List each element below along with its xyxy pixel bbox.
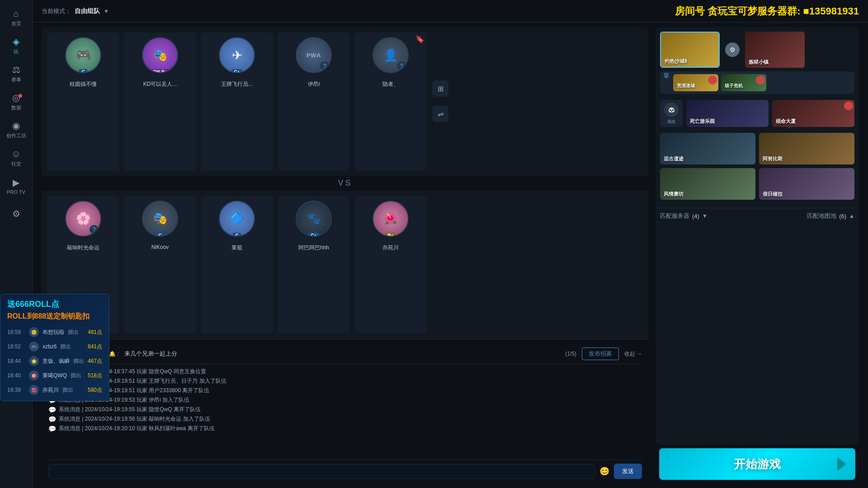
copy-icon-btn[interactable]: ⊞ — [432, 80, 448, 97]
selected-maps-row: 灼热沙城Ⅱ ⚙ 炼狱小镇 — [660, 32, 854, 68]
chat-input-bar: 😊 发送 — [48, 460, 642, 479]
player-avatar-b2: 🎭 C — [142, 201, 178, 237]
map-thumb-ancient[interactable]: 远古遗迹 — [660, 133, 755, 164]
collapse-button[interactable]: 收起 → — [624, 350, 642, 358]
map-bg-desert: 灼热沙城Ⅱ — [661, 33, 719, 67]
map-pool-row-3: 风情磨坊 假日碰拉 — [660, 168, 854, 200]
map-count: (6) — [839, 213, 846, 220]
player-card-b5[interactable]: 🌺 B+ 亦苑川 — [354, 196, 427, 334]
map-name-dead: 死亡游乐园 — [690, 118, 715, 125]
player-name-2: KD可以丢人... — [143, 80, 177, 88]
roll-user-4: 亦苑川 — [42, 386, 59, 394]
coin-icon: ⚙ — [725, 42, 740, 57]
map-thumb-holiday[interactable]: 假日碰拉 — [759, 168, 854, 200]
player-card-4[interactable]: PWA ? 伊昂i — [278, 33, 350, 170]
player-card-b4[interactable]: 🐾 C+ 阿巴阿巴hhh — [278, 196, 350, 334]
match-area: 🎮 C 桂圆搞不懂 🎭 PW B+ KD可以丢人... — [33, 23, 868, 488]
publish-recruit-button[interactable]: 发布招募 — [582, 347, 619, 360]
chat-input[interactable] — [48, 464, 595, 479]
map-thumb-nuclear[interactable]: 核子危机 — [721, 74, 766, 91]
sidebar-item-play[interactable]: ◈ 玩 — [3, 33, 30, 59]
team-a-row: 🎮 C 桂圆搞不懂 🎭 PW B+ KD可以丢人... — [42, 27, 649, 176]
sidebar-item-data[interactable]: ◎ 数据 — [3, 89, 30, 115]
sidebar-item-protv[interactable]: ▶ PRO TV — [3, 173, 30, 199]
map-thumb-desert[interactable]: 灼热沙城Ⅱ — [660, 32, 720, 68]
message-3: 💬 系统消息 | 2024/10/24-19:19:53 玩家 伊昂i 加入了队… — [48, 396, 642, 404]
map-thumb-doom[interactable]: 殒命大厦 — [772, 100, 854, 127]
player-card-b2[interactable]: 🎭 C NiKoov — [124, 196, 196, 334]
recruit-icon: 🔔 : — [109, 351, 119, 357]
spectator-seat: 🐼 观战 — [660, 100, 683, 127]
pentagon-icon3 — [844, 101, 853, 110]
start-game-button[interactable]: 开始游戏 — [659, 448, 855, 480]
player-card-b3[interactable]: 🔷 C 莱籠 — [201, 196, 273, 334]
player-avatar-b4: 🐾 C+ — [296, 201, 332, 237]
message-4: 💬 系统消息 | 2024/10/24-19:19:55 玩家 隐世QwQ 离开… — [48, 406, 642, 413]
player-card-5[interactable]: 🔖 👤 ? 隐者、 — [354, 33, 427, 170]
roll-user-0: 布想玩啦 — [42, 328, 64, 336]
sidebar-item-social[interactable]: ☺ 社交 — [3, 145, 30, 171]
spectator-avatar: 🐼 — [664, 103, 679, 117]
compete-icon: ⚖ — [12, 64, 20, 75]
collapse-arrow-icon: → — [637, 351, 642, 357]
roll-amount-1: 841点 — [88, 343, 102, 351]
player-name-5: 隐者、 — [382, 80, 399, 88]
sidebar-item-home[interactable]: ⌂ 首页 — [3, 5, 30, 31]
map-thumb-wind[interactable]: 风情磨坊 — [660, 168, 755, 200]
roll-item-2: 18:44 🌟 意饭、疯瞬 掷出 467点 — [33, 355, 102, 367]
main-content: 当前模式： 自由组队 ▼ 房间号 贪玩宝可梦服务器群: ■135981931 🎮 — [33, 0, 868, 488]
player-card-3[interactable]: ✈ C+ 王牌飞行员... — [201, 33, 273, 170]
roll-action-4: 掷出 — [62, 386, 73, 394]
roll-action-1: 掷出 — [60, 343, 71, 351]
mode-label: 当前模式： — [42, 7, 71, 15]
player-avatar-b1: 🌸 ? — [65, 201, 101, 237]
bookmark-icon: 🔖 — [415, 35, 425, 43]
map-thumb-desert2[interactable]: 荒漠迷城 — [673, 74, 718, 91]
emoji-button[interactable]: 😊 — [599, 466, 609, 476]
player-name-3: 王牌飞行员... — [221, 80, 253, 88]
mode-value: 自由组队 — [75, 7, 100, 15]
roll-user-3: 莱噶QWQ — [42, 372, 67, 380]
sidebar-item-compete[interactable]: ⚖ 赛事 — [3, 61, 30, 87]
sidebar-item-workshop[interactable]: ◉ 创作工坊 — [3, 117, 30, 143]
player-card-1[interactable]: 🎮 C 桂圆搞不懂 — [47, 33, 119, 170]
shuffle-icon-btn[interactable]: ⇌ — [432, 106, 448, 122]
map-control[interactable]: 匹配地图池 (6) ▲ — [807, 212, 854, 220]
roll-avatar-4: 🌺 — [33, 385, 39, 395]
roll-action-0: 掷出 — [68, 328, 79, 336]
pentagon-icon2 — [756, 75, 765, 84]
map-bg-ancient: 远古遗迹 — [660, 133, 755, 164]
send-button[interactable]: 发送 — [614, 464, 642, 479]
player-card-2[interactable]: 🎭 PW B+ KD可以丢人... — [124, 33, 196, 170]
map-thumb-anubis[interactable]: 阿努比斯 — [759, 133, 854, 164]
spectator-label: 观战 — [667, 119, 675, 125]
dropdown-arrow-icon: ▼ — [104, 8, 109, 14]
msg-text-5: 系统消息 | 2024/10/24-19:19:56 玩家 敲响时光命运 加入了… — [59, 415, 210, 423]
server-count: (4) — [692, 213, 699, 220]
player-avatar-2: 🎭 PW B+ — [142, 37, 178, 73]
sidebar-item-settings[interactable]: ⚙ — [3, 201, 30, 227]
map-thumb-ruins[interactable]: 炼狱小镇 — [745, 32, 805, 68]
map-name-nuclear: 核子危机 — [725, 83, 743, 89]
msg-icon-6: 💬 — [48, 425, 56, 432]
start-game-label: 开始游戏 — [734, 456, 781, 472]
map-thumb-dead[interactable]: 死亡游乐园 — [686, 100, 769, 127]
play-icon: ◈ — [13, 36, 19, 47]
side-icons: ⊞ ⇌ — [431, 33, 449, 170]
map-bg-wind: 风情磨坊 — [660, 168, 755, 200]
map-bg-dead: 死亡游乐园 — [686, 100, 769, 127]
rank-badge-1: C — [79, 69, 87, 73]
map-name-doom: 殒命大厦 — [776, 118, 796, 125]
roll-avatar-0: 😊 — [33, 327, 39, 337]
player-avatar-4: PWA ? — [296, 37, 332, 73]
player-avatar-b5: 🌺 B+ — [373, 201, 409, 237]
message-5: 💬 系统消息 | 2024/10/24-19:19:56 玩家 敲响时光命运 加… — [48, 415, 642, 423]
map-name-ancient: 远古遗迹 — [664, 155, 684, 162]
map-bg-desert2: 荒漠迷城 — [673, 74, 718, 91]
mode-selector[interactable]: 当前模式： 自由组队 ▼ — [42, 7, 109, 15]
page-count: (1/5) — [565, 351, 576, 357]
server-control[interactable]: 匹配服务器 (4) ▼ — [660, 212, 708, 220]
roll-amount-0: 481点 — [88, 328, 102, 336]
pentagon-icon — [708, 75, 717, 84]
top-bar: 当前模式： 自由组队 ▼ 房间号 贪玩宝可梦服务器群: ■135981931 — [33, 0, 868, 23]
